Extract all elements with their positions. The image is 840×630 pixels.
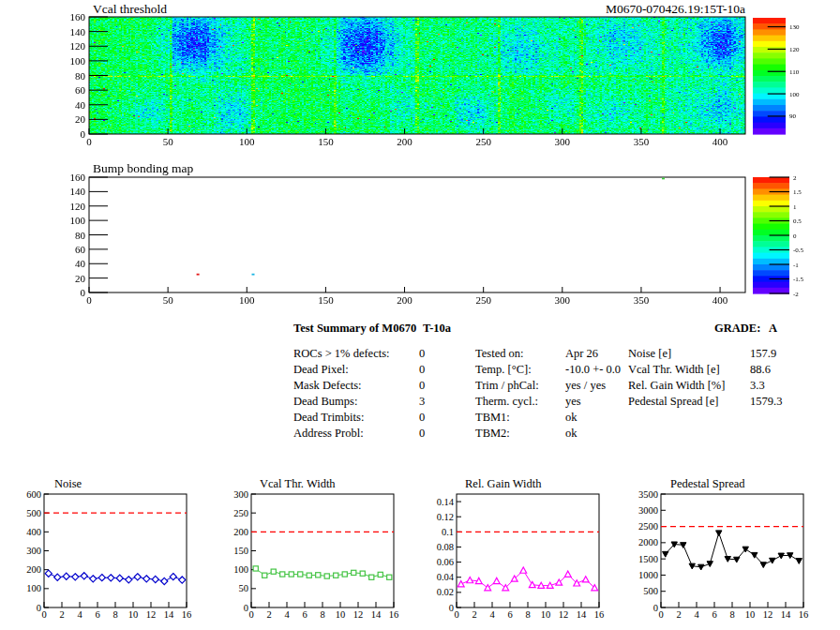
data-point <box>63 573 69 579</box>
data-point <box>502 585 509 591</box>
svg-text:1500: 1500 <box>638 554 658 564</box>
summary-label: Dead Pixel: <box>293 362 419 378</box>
svg-text:600: 600 <box>26 489 41 500</box>
svg-text:2: 2 <box>266 609 271 620</box>
summary-label: Mask Defects: <box>293 378 419 394</box>
data-point <box>681 543 686 548</box>
summary-row: Vcal Thr. Width [e]88.6 <box>628 362 782 378</box>
data-point <box>485 585 491 591</box>
test-conditions-column: Tested on:Apr 26Temp. [°C]:-10.0 +- 0.0T… <box>475 346 621 442</box>
svg-text:300: 300 <box>26 546 41 556</box>
svg-text:250: 250 <box>475 294 491 306</box>
data-point <box>467 578 473 583</box>
rel_gain_width-line <box>461 570 595 588</box>
svg-text:16: 16 <box>182 609 192 620</box>
grade-value: A <box>769 322 777 336</box>
summary-row: Dead Trimbits:0 <box>293 410 425 426</box>
svg-text:2500: 2500 <box>638 521 658 532</box>
svg-text:1000: 1000 <box>638 570 658 580</box>
summary-label: Rel. Gain Width [%] <box>628 378 750 394</box>
summary-label: TBM1: <box>475 410 565 426</box>
svg-text:300: 300 <box>555 136 571 147</box>
svg-text:0.1: 0.1 <box>442 527 454 537</box>
svg-text:16: 16 <box>594 609 605 620</box>
data-point <box>529 581 535 587</box>
data-point <box>547 582 553 588</box>
data-point <box>663 551 668 557</box>
svg-text:4: 4 <box>77 609 82 620</box>
data-point <box>179 577 186 583</box>
summary-label: Pedestal Spread [e] <box>628 394 750 410</box>
svg-text:160: 160 <box>70 172 86 183</box>
data-point <box>152 576 158 582</box>
svg-text:100: 100 <box>26 583 41 593</box>
svg-text:0.04: 0.04 <box>437 572 455 582</box>
bump_bonding-frame <box>89 177 745 292</box>
data-point <box>475 578 482 583</box>
rel-gain-width-plot: 00.020.040.060.080.10.120.14024681012141… <box>420 473 630 630</box>
rel-gain-width-plot-title: Rel. Gain Width <box>465 477 542 491</box>
data-point <box>564 571 571 577</box>
noise-axes: 01002003004005006000246810121416 <box>26 489 191 621</box>
svg-text:0: 0 <box>449 603 454 613</box>
vcal-threshold-title: Vcal threshold <box>93 2 167 17</box>
bump-bonding-title: Bump bonding map <box>93 161 193 176</box>
summary-label: Tested on: <box>475 346 565 362</box>
pedestal-spread-plot-title: Pedestal Spread <box>670 477 745 491</box>
data-point <box>734 557 740 562</box>
svg-text:0: 0 <box>653 603 658 613</box>
svg-text:6: 6 <box>712 609 716 620</box>
svg-text:0.14: 0.14 <box>437 497 455 507</box>
summary-value: yes <box>565 395 581 408</box>
svg-text:140: 140 <box>70 186 86 197</box>
summary-value: 0 <box>419 411 425 424</box>
svg-text:80: 80 <box>75 230 86 241</box>
svg-text:0: 0 <box>793 232 797 240</box>
summary-value: 157.9 <box>750 347 776 360</box>
summary-value: yes / yes <box>565 379 606 392</box>
data-point <box>143 576 150 582</box>
data-point <box>511 576 518 581</box>
noise-line <box>49 574 183 581</box>
svg-text:0.5: 0.5 <box>793 218 802 225</box>
data-point <box>72 574 79 580</box>
svg-text:0: 0 <box>86 294 92 306</box>
svg-text:40: 40 <box>75 258 86 269</box>
summary-row: Mask Defects:0 <box>293 378 425 394</box>
svg-text:-0.5: -0.5 <box>793 247 804 254</box>
vcal_thr_width-axes: 0501001502002503000246810121416 <box>233 489 398 621</box>
grade-label: GRADE: <box>714 322 760 336</box>
data-point <box>81 573 87 579</box>
svg-text:16: 16 <box>799 609 809 620</box>
summary-value: Apr 26 <box>565 347 598 360</box>
svg-text:90: 90 <box>789 112 797 120</box>
svg-text:120: 120 <box>70 40 86 52</box>
data-point <box>161 578 168 584</box>
summary-row: TBM1:ok <box>475 410 621 426</box>
summary-row: TBM2:ok <box>475 426 621 442</box>
svg-text:0: 0 <box>244 603 248 613</box>
summary-value: 3.3 <box>750 379 765 392</box>
summary-label: ROCs > 1% defects: <box>293 346 419 362</box>
summary-row: Rel. Gain Width [%]3.3 <box>628 378 782 394</box>
pedestal_spread-series <box>663 531 802 570</box>
svg-text:1.5: 1.5 <box>793 188 802 196</box>
defect-marker <box>662 178 665 180</box>
data-point <box>752 552 758 558</box>
data-point <box>298 572 303 577</box>
svg-text:40: 40 <box>75 99 86 111</box>
svg-text:6: 6 <box>95 609 99 620</box>
svg-text:0: 0 <box>81 128 86 140</box>
svg-text:100: 100 <box>789 91 800 98</box>
svg-text:150: 150 <box>318 136 334 147</box>
data-point <box>689 563 695 569</box>
bump-bonding-map: 0204060801001201401600501001502002503003… <box>0 164 840 319</box>
svg-text:4: 4 <box>489 609 495 620</box>
svg-text:-1: -1 <box>793 262 799 269</box>
data-point <box>90 576 97 582</box>
data-point <box>770 558 775 563</box>
svg-text:8: 8 <box>729 609 734 620</box>
module-test-report-page: Vcal threshold M0670-070426.19:15T-10a 0… <box>0 0 840 630</box>
svg-text:20: 20 <box>75 113 86 125</box>
svg-text:140: 140 <box>70 26 86 38</box>
